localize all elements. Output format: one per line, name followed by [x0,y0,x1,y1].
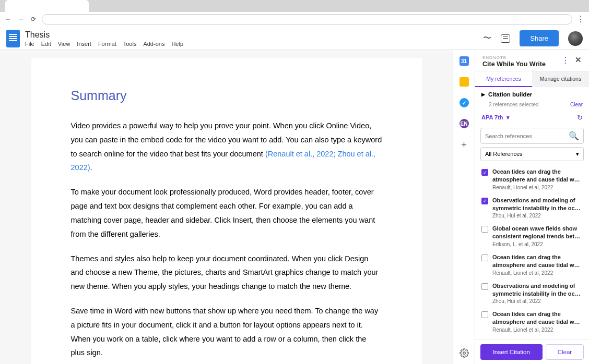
heading-summary: Summary [71,88,382,103]
browser-tab[interactable] [5,0,89,12]
url-input[interactable] [42,14,572,25]
citation-style-select[interactable]: APA 7th ▾ [481,114,510,121]
search-input[interactable] [485,133,569,139]
reference-author: Zhou, Hui et al, 2022 [492,298,583,304]
docs-header: Thesis FileEditViewInsertFormatToolsAdd-… [0,26,589,50]
calendar-icon[interactable]: 31 [460,56,469,66]
menu-tools[interactable]: Tools [123,41,137,47]
reference-checkbox[interactable]: ✓ [481,198,488,204]
keep-icon[interactable] [460,77,469,87]
tasks-icon[interactable]: ✓ [460,98,469,107]
library-select[interactable]: All References▾ [480,147,584,161]
reference-title: Ocean tides can drag the atmosphere and … [492,253,583,269]
reference-item[interactable]: Observations and modeling of symmetric i… [480,280,584,308]
reference-checkbox[interactable] [481,283,488,290]
sidebar-title: Cite While You Write [482,60,561,68]
reference-title: Observations and modeling of symmetric i… [492,197,583,212]
reference-item[interactable]: Global ocean wave fields show consistent… [480,222,584,251]
menu-format[interactable]: Format [98,41,116,47]
page: Summary Video provides a powerful way to… [31,58,422,364]
reference-title: Ocean tides can drag the atmosphere and … [492,310,583,326]
activity-icon[interactable]: 〜 [483,33,491,44]
menu-bar: FileEditViewInsertFormatToolsAdd-onsHelp [25,41,483,47]
insert-citation-button[interactable]: Insert Citation [480,344,543,360]
document-title[interactable]: Thesis [25,30,483,40]
gear-icon[interactable] [460,348,469,358]
reference-title: Observations and modeling of symmetric i… [492,282,583,298]
paragraph: To make your document look professionall… [71,185,382,241]
reference-author: Renault, Lionel et al, 2022 [492,185,583,190]
endnote-sidebar: ENDNOTE Cite While You Write ⋮ ✕ My refe… [475,50,589,364]
browser-chrome: ← → ⟳ ⋮ [0,0,589,26]
menu-edit[interactable]: Edit [41,41,51,47]
reference-list: ✓Ocean tides can drag the atmosphere and… [475,164,589,339]
paragraph: Save time in Word with new buttons that … [71,304,382,360]
tab-strip [0,0,589,12]
share-button[interactable]: Share [520,30,559,46]
reference-item[interactable]: ✓Observations and modeling of symmetric … [480,194,584,223]
back-icon[interactable]: ← [4,15,13,23]
reference-item[interactable]: Ocean tides can drag the atmosphere and … [480,251,584,280]
menu-view[interactable]: View [58,41,70,47]
chevron-right-icon: ▶ [481,92,485,97]
reference-item[interactable]: ✓Ocean tides can drag the atmosphere and… [480,165,584,194]
refresh-icon[interactable]: ↻ [577,114,583,122]
more-icon[interactable]: ⋮ [561,55,570,65]
menu-file[interactable]: File [25,41,34,47]
tab-manage-citations[interactable]: Manage citations [532,71,589,87]
search-references[interactable]: 🔍 [480,128,584,144]
citation-builder-toggle[interactable]: ▶Citation builder [475,87,589,102]
reference-author: Erikson, L. et al, 2022 [492,241,583,247]
reference-author: Renault, Lionel et al, 2022 [492,270,583,276]
clear-button[interactable]: Clear [546,344,584,360]
add-addon-icon[interactable]: + [461,140,467,151]
reference-checkbox[interactable] [481,254,488,261]
reference-checkbox[interactable] [481,226,488,233]
reference-item[interactable]: Ocean tides can drag the atmosphere and … [480,308,584,336]
svg-point-0 [463,352,465,355]
docs-logo-icon[interactable] [6,30,20,47]
document-canvas[interactable]: Summary Video provides a powerful way to… [0,50,453,364]
browser-menu-icon[interactable]: ⋮ [576,14,585,24]
reference-title: Ocean tides can drag the atmosphere and … [492,168,583,184]
reference-author: Zhou, Hui et al, 2022 [492,213,583,219]
avatar[interactable] [568,31,583,46]
paragraph: Video provides a powerful way to help yo… [71,119,382,175]
forward-icon: → [17,15,25,23]
reference-checkbox[interactable] [481,311,488,318]
menu-help[interactable]: Help [171,41,183,47]
reload-icon[interactable]: ⟳ [29,15,38,23]
paragraph: Themes and styles also help to keep your… [71,252,382,294]
menu-add-ons[interactable]: Add-ons [143,41,164,47]
close-icon[interactable]: ✕ [575,55,582,65]
sidebar-brand: ENDNOTE [482,55,561,60]
comments-icon[interactable] [501,34,510,43]
chevron-down-icon: ▾ [576,151,579,157]
menu-insert[interactable]: Insert [77,41,91,47]
reference-checkbox[interactable]: ✓ [481,169,488,176]
tab-my-references[interactable]: My references [475,71,532,87]
address-bar: ← → ⟳ ⋮ [0,12,589,26]
reference-title: Global ocean wave fields show consistent… [492,225,583,240]
endnote-icon[interactable]: EN [460,119,469,128]
side-rail: 31 ✓ EN + [453,50,475,364]
clear-selection-link[interactable]: Clear [570,102,583,107]
search-icon[interactable]: 🔍 [569,131,579,141]
reference-author: Renault, Lionel et al, 2022 [492,327,583,333]
selected-count: 2 references selected [489,102,539,107]
